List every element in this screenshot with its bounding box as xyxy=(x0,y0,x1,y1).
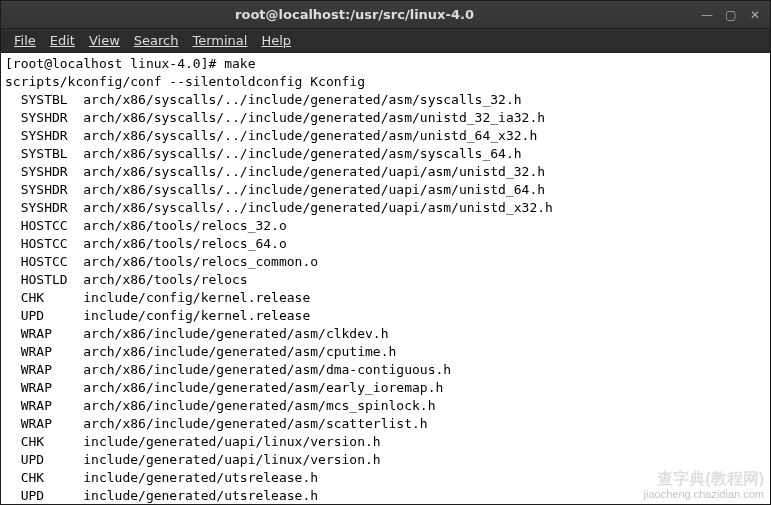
output-line: WRAP arch/x86/include/generated/asm/dma-… xyxy=(5,361,766,379)
output-line: WRAP arch/x86/include/generated/asm/clkd… xyxy=(5,325,766,343)
output-line: scripts/kconfig/conf --silentoldconfig K… xyxy=(5,73,766,91)
watermark-big: 查字典(教程网) xyxy=(644,470,764,488)
output-line: SYSTBL arch/x86/syscalls/../include/gene… xyxy=(5,91,766,109)
output-line: HOSTCC arch/x86/tools/relocs_64.o xyxy=(5,235,766,253)
window-title: root@localhost:/usr/src/linux-4.0 xyxy=(9,7,700,22)
output-line: HOSTLD arch/x86/tools/relocs xyxy=(5,271,766,289)
prompt-line: [root@localhost linux-4.0]# make xyxy=(5,55,766,73)
minimize-icon[interactable]: — xyxy=(700,8,714,22)
output-line: CHK include/config/kernel.release xyxy=(5,289,766,307)
output-line: UPD include/config/kernel.release xyxy=(5,307,766,325)
menu-edit[interactable]: Edit xyxy=(43,30,82,51)
menubar: File Edit View Search Terminal Help xyxy=(1,29,770,53)
output-line: HOSTCC arch/x86/tools/relocs_common.o xyxy=(5,253,766,271)
output-line: SYSTBL arch/x86/syscalls/../include/gene… xyxy=(5,145,766,163)
output-line: SYSHDR arch/x86/syscalls/../include/gene… xyxy=(5,109,766,127)
menu-help[interactable]: Help xyxy=(254,30,298,51)
output-line: SYSHDR arch/x86/syscalls/../include/gene… xyxy=(5,181,766,199)
output-line: UPD include/generated/uapi/linux/version… xyxy=(5,451,766,469)
titlebar: root@localhost:/usr/src/linux-4.0 — ▢ ✕ xyxy=(1,1,770,29)
menu-terminal[interactable]: Terminal xyxy=(185,30,254,51)
output-line: WRAP arch/x86/include/generated/asm/mcs_… xyxy=(5,397,766,415)
output-line: WRAP arch/x86/include/generated/asm/cput… xyxy=(5,343,766,361)
output-line: SYSHDR arch/x86/syscalls/../include/gene… xyxy=(5,199,766,217)
output-line: SYSHDR arch/x86/syscalls/../include/gene… xyxy=(5,127,766,145)
close-icon[interactable]: ✕ xyxy=(748,8,762,22)
maximize-icon[interactable]: ▢ xyxy=(724,8,738,22)
watermark: 查字典(教程网) jiaocheng.chazidian.com xyxy=(644,470,764,500)
output-line: HOSTCC arch/x86/tools/relocs_32.o xyxy=(5,217,766,235)
output-line: WRAP arch/x86/include/generated/asm/scat… xyxy=(5,415,766,433)
output-line: WRAP arch/x86/include/generated/asm/earl… xyxy=(5,379,766,397)
output-line: SYSHDR arch/x86/syscalls/../include/gene… xyxy=(5,163,766,181)
menu-view[interactable]: View xyxy=(82,30,127,51)
output-line: CHK include/generated/uapi/linux/version… xyxy=(5,433,766,451)
watermark-small: jiaocheng.chazidian.com xyxy=(644,488,764,500)
terminal-output[interactable]: [root@localhost linux-4.0]# makescripts/… xyxy=(1,53,770,505)
menu-file[interactable]: File xyxy=(7,30,43,51)
menu-search[interactable]: Search xyxy=(127,30,186,51)
window-controls: — ▢ ✕ xyxy=(700,8,762,22)
